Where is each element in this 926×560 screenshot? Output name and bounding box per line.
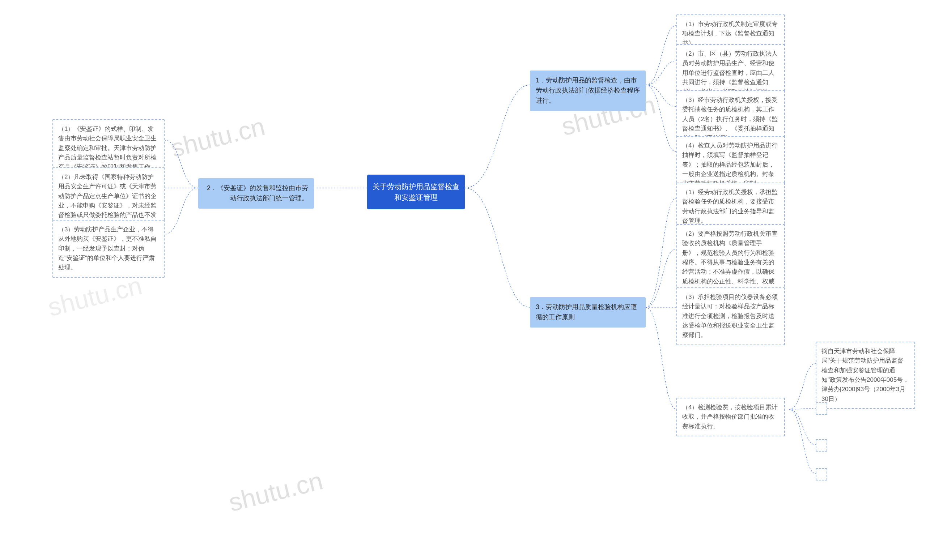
mindmap-root: 关于劳动防护用品监督检查和安鉴证管理: [367, 175, 465, 209]
branch-left: 2．《安鉴证》的发售和监控由市劳动行政执法部门统一管理。: [198, 178, 314, 208]
branch-right-2: 3．劳动防护用品质量检验机构应遵循的工作原则: [530, 297, 646, 328]
leaf-citation: 摘自天津市劳动和社会保障局"关于规范劳动防护用品监督检查和加强安鉴证管理的通知"…: [816, 342, 915, 409]
leaf-left-3: （3）劳动防护产品生产企业，不得从外地购买《安鉴证》，更不准私自印制，一经发现予…: [53, 220, 165, 278]
empty-node-3: [816, 468, 827, 480]
empty-node-1: [816, 402, 827, 415]
branch-right-1: 1．劳动防护用品的监督检查，由市劳动行政执法部门依据经济检查程序进行。: [530, 71, 646, 111]
connectors: [0, 0, 926, 560]
watermark: shutu.cn: [168, 112, 268, 163]
leaf-r2-3: （3）承担检验项目的仪器设备必须经计量认可；对检验样品按产品标准进行全项检测，检…: [676, 287, 785, 345]
watermark: shutu.cn: [45, 271, 145, 322]
leaf-r2-4: （4）检测检验费，按检验项目累计收取，并严格按物价部门批准的收费标准执行。: [676, 398, 785, 436]
watermark: shutu.cn: [226, 466, 325, 517]
empty-node-2: [816, 439, 827, 451]
leaf-r2-1: （1）经劳动行政机关授权，承担监督检验任务的质检机构，要接受市劳动行政执法部门的…: [676, 183, 785, 231]
